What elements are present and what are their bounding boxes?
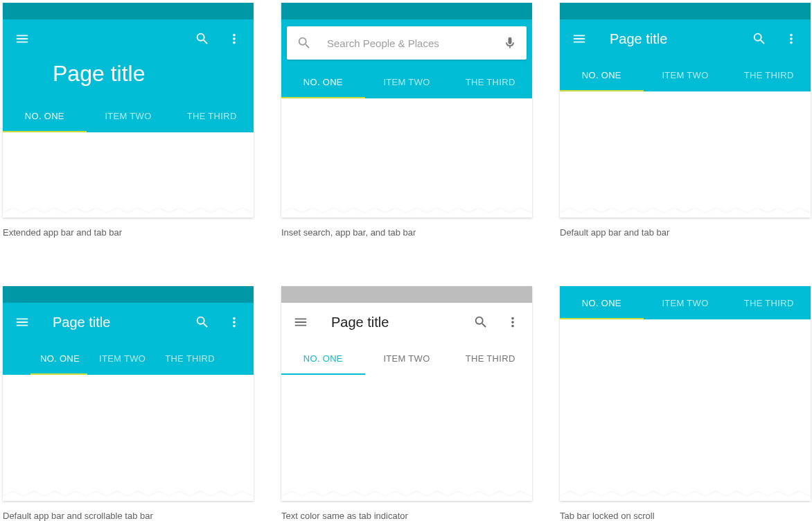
torn-edge bbox=[281, 492, 532, 501]
torn-edge bbox=[560, 492, 811, 501]
svg-marker-1 bbox=[281, 209, 532, 218]
status-bar bbox=[3, 286, 254, 303]
tab-bar: NO. ONE ITEM TWO THE THIRD bbox=[560, 58, 811, 91]
example-caption: Inset search, app bar, and tab bar bbox=[281, 227, 532, 238]
app-bar: Search People & Places NO. ONE ITEM TWO … bbox=[281, 19, 532, 98]
tab-two[interactable]: ITEM TWO bbox=[89, 342, 155, 375]
tab-two[interactable]: ITEM TWO bbox=[87, 99, 170, 132]
tab-one[interactable]: NO. ONE bbox=[3, 99, 87, 132]
tab-bar: NO. ONE ITEM TWO THE THIRD bbox=[560, 286, 811, 319]
more-vert-icon[interactable] bbox=[226, 314, 242, 330]
search-icon bbox=[297, 35, 312, 51]
page-title: Page title bbox=[331, 315, 389, 330]
example-locked-tabbar: NO. ONE ITEM TWO THE THIRD bbox=[560, 286, 811, 501]
example-inset-search: Search People & Places NO. ONE ITEM TWO … bbox=[281, 3, 532, 218]
svg-marker-5 bbox=[560, 492, 811, 501]
tab-two[interactable]: ITEM TWO bbox=[644, 286, 727, 319]
example-caption: Extended app bar and tab bar bbox=[3, 227, 254, 238]
tab-three[interactable]: THE THIRD bbox=[727, 58, 811, 91]
status-bar bbox=[3, 3, 254, 19]
tab-three[interactable]: THE THIRD bbox=[448, 65, 532, 98]
search-icon[interactable] bbox=[751, 30, 768, 47]
search-box[interactable]: Search People & Places bbox=[287, 26, 527, 60]
example-caption: Tab bar locked on scroll bbox=[560, 511, 811, 521]
example-caption: Text color same as tab indicator bbox=[281, 511, 532, 521]
search-placeholder: Search People & Places bbox=[327, 37, 503, 49]
menu-icon[interactable] bbox=[292, 314, 309, 330]
page-title: Page title bbox=[610, 31, 667, 47]
app-bar: Page title NO. ONE ITEM TWO THE THIRD bbox=[3, 19, 254, 132]
status-bar bbox=[281, 286, 532, 303]
status-bar bbox=[281, 3, 532, 19]
tab-one[interactable]: NO. ONE bbox=[560, 58, 644, 91]
search-icon[interactable] bbox=[473, 314, 489, 330]
example-text-color-indicator: Page title NO. ONE ITEM TWO THE THIRD bbox=[281, 286, 532, 501]
search-icon[interactable] bbox=[194, 314, 211, 330]
tab-two[interactable]: ITEM TWO bbox=[644, 58, 727, 91]
menu-icon[interactable] bbox=[14, 314, 30, 330]
tab-one[interactable]: NO. ONE bbox=[281, 65, 365, 98]
tab-three[interactable]: THE THIRD bbox=[170, 99, 254, 132]
example-scrollable-tabs: Page title NO. ONE ITEM TWO THE THIRD bbox=[3, 286, 254, 501]
tab-one[interactable]: NO. ONE bbox=[30, 342, 89, 375]
more-vert-icon[interactable] bbox=[226, 30, 242, 47]
tab-bar: NO. ONE ITEM TWO THE THIRD bbox=[3, 99, 254, 132]
tab-three[interactable]: THE THIRD bbox=[727, 286, 811, 319]
app-bar: Page title NO. ONE ITEM TWO THE THIRD bbox=[281, 303, 532, 375]
tab-bar[interactable]: NO. ONE ITEM TWO THE THIRD bbox=[3, 342, 254, 375]
example-default-appbar: Page title NO. ONE ITEM TWO THE THIRD bbox=[560, 3, 811, 218]
torn-edge bbox=[3, 209, 254, 218]
tab-two[interactable]: ITEM TWO bbox=[365, 65, 449, 98]
menu-icon[interactable] bbox=[14, 30, 30, 47]
more-vert-icon[interactable] bbox=[783, 30, 800, 47]
app-bar: Page title NO. ONE ITEM TWO THE THIRD bbox=[3, 303, 254, 375]
tab-two[interactable]: ITEM TWO bbox=[365, 342, 449, 375]
menu-icon[interactable] bbox=[571, 30, 588, 47]
tab-one[interactable]: NO. ONE bbox=[560, 286, 644, 319]
tab-bar: NO. ONE ITEM TWO THE THIRD bbox=[281, 342, 532, 375]
svg-marker-0 bbox=[3, 209, 254, 218]
example-extended-appbar: Page title NO. ONE ITEM TWO THE THIRD bbox=[3, 3, 254, 218]
tab-one[interactable]: NO. ONE bbox=[281, 342, 365, 375]
torn-edge bbox=[3, 492, 254, 501]
torn-edge bbox=[281, 209, 532, 218]
torn-edge bbox=[560, 209, 811, 218]
example-caption: Default app bar and tab bar bbox=[560, 227, 811, 238]
tab-three[interactable]: THE THIRD bbox=[155, 342, 224, 375]
page-title: Page title bbox=[53, 315, 110, 330]
svg-marker-2 bbox=[560, 209, 811, 218]
more-vert-icon[interactable] bbox=[504, 314, 521, 330]
search-icon[interactable] bbox=[194, 30, 211, 47]
page-title: Page title bbox=[3, 58, 254, 99]
svg-marker-4 bbox=[281, 492, 532, 501]
mic-icon[interactable] bbox=[503, 36, 517, 50]
tab-bar: NO. ONE ITEM TWO THE THIRD bbox=[281, 65, 532, 98]
svg-marker-3 bbox=[3, 492, 254, 501]
app-bar: Page title NO. ONE ITEM TWO THE THIRD bbox=[560, 19, 811, 91]
example-caption: Default app bar and scrollable tab bar bbox=[3, 511, 254, 521]
tab-three[interactable]: THE THIRD bbox=[448, 342, 532, 375]
status-bar bbox=[560, 3, 811, 19]
